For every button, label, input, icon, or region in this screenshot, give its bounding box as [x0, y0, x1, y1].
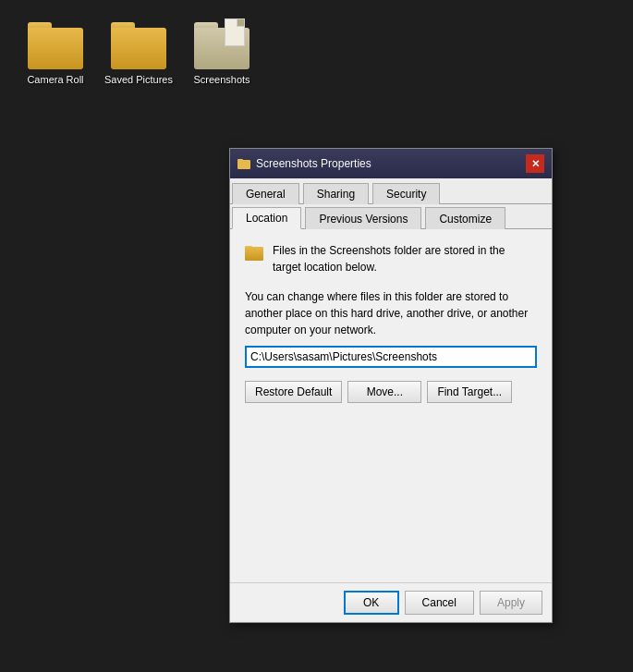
screenshots-label: Screenshots — [190, 73, 252, 86]
change-text: You can change where files in this folde… — [245, 288, 537, 338]
tabs-container: General Sharing Security Location Previo… — [230, 178, 552, 229]
restore-default-button[interactable]: Restore Default — [245, 381, 342, 403]
apply-button[interactable]: Apply — [480, 591, 542, 615]
tab-customize[interactable]: Customize — [425, 207, 505, 229]
desktop: Camera Roll Saved Pictures Screenshots — [0, 0, 633, 672]
folder-body — [28, 28, 83, 69]
desktop-icon-camera-roll[interactable]: Camera Roll — [18, 18, 92, 86]
path-input[interactable] — [245, 346, 537, 368]
desktop-icon-screenshots[interactable]: Screenshots — [185, 18, 259, 86]
folder-body — [111, 28, 166, 69]
cancel-button[interactable]: Cancel — [405, 591, 474, 615]
tabs-row2: Location Previous Versions Customize — [230, 204, 552, 229]
titlebar-left: Screenshots Properties — [237, 157, 371, 170]
camera-roll-folder-icon — [28, 18, 83, 69]
ok-button[interactable]: OK — [344, 591, 399, 615]
desktop-icon-saved-pictures[interactable]: Saved Pictures — [102, 18, 176, 86]
title-folder-icon — [237, 158, 250, 169]
tab-security[interactable]: Security — [372, 183, 440, 204]
screenshots-folder-icon — [194, 18, 250, 69]
tab-sharing[interactable]: Sharing — [303, 183, 369, 204]
small-folder-body — [245, 247, 263, 261]
tabs-row1: General Sharing Security — [230, 178, 552, 204]
move-button[interactable]: Move... — [347, 381, 421, 403]
dialog-bottom-buttons: OK Cancel Apply — [230, 582, 552, 622]
tab-previous-versions[interactable]: Previous Versions — [305, 207, 421, 229]
saved-pictures-label: Saved Pictures — [102, 73, 176, 86]
screenshots-properties-dialog: Screenshots Properties ✕ General Sharing… — [229, 148, 553, 623]
desc-text: Files in the Screenshots folder are stor… — [273, 242, 505, 275]
location-header: Files in the Screenshots folder are stor… — [245, 242, 537, 275]
tab-location[interactable]: Location — [232, 207, 301, 229]
spacer-area — [245, 403, 537, 569]
doc-overlay — [225, 18, 245, 46]
dialog-title: Screenshots Properties — [256, 157, 371, 170]
small-folder-icon — [245, 244, 263, 261]
camera-roll-label: Camera Roll — [24, 73, 86, 86]
desc-line1: Files in the Screenshots folder are stor… — [273, 244, 505, 257]
dialog-close-button[interactable]: ✕ — [526, 154, 544, 173]
desktop-icons-row: Camera Roll Saved Pictures Screenshots — [0, 0, 633, 104]
saved-pictures-folder-icon — [111, 18, 166, 69]
dialog-content: Files in the Screenshots folder are stor… — [230, 229, 552, 582]
desc-line2: target location below. — [273, 261, 377, 274]
find-target-button[interactable]: Find Target... — [427, 381, 512, 403]
dialog-titlebar: Screenshots Properties ✕ — [230, 149, 552, 178]
action-buttons: Restore Default Move... Find Target... — [245, 381, 537, 403]
tab-general[interactable]: General — [232, 183, 299, 204]
title-folder-body — [237, 160, 250, 169]
